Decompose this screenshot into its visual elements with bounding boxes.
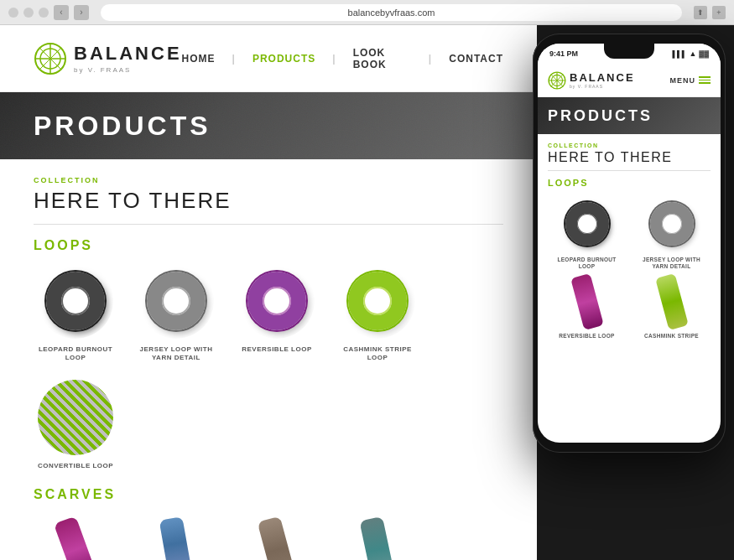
logo-icon [34, 42, 67, 75]
browser-back-btn[interactable]: ‹ [54, 5, 69, 20]
products-content[interactable]: COLLECTION HERE TO THERE LOOPS LEOPARD B… [0, 159, 537, 560]
logo-text-block: BALANCE by V. FRAAS [74, 43, 182, 74]
phone-loops-grid: LEOPARD BURNOUTLOOP JERSEY LOOP WITHYARN… [548, 194, 711, 271]
nav-divider-1: | [232, 53, 236, 65]
product-image-loop-4 [340, 263, 415, 339]
phone-hero-title: PRODUCTS [548, 107, 653, 125]
phone-status-icons: ▌▌▌ ▲ ▓▓ [672, 49, 709, 58]
phone-menu-label: MENU [670, 76, 696, 85]
phone-logo-icon [548, 71, 566, 90]
loops-section-title: LOOPS [34, 238, 503, 253]
collection-title: HERE TO THERE [34, 188, 503, 225]
site-header: BALANCE by V. FRAAS HOME | PRODUCTS | LO… [0, 25, 537, 92]
phone-product-label: REVERSIBLE LOOP [559, 333, 614, 340]
share-icon[interactable]: ⬆ [694, 6, 707, 19]
product-image-scarf-1 [38, 512, 113, 560]
product-image-loop-3 [239, 263, 315, 339]
nav-divider-3: | [429, 53, 432, 65]
phone-logo-name: BALANCE [570, 71, 635, 84]
loop-ring-purple [247, 272, 306, 330]
phone-loops-title: LOOPS [548, 178, 711, 188]
phone-product-label: CASHMINK STRIPE [644, 333, 699, 340]
phone-overlay: 9:41 PM ▌▌▌ ▲ ▓▓ [533, 34, 726, 453]
browser-toolbar: ⬆ + [694, 6, 726, 19]
product-label: CONVERTIBLE LOOP [38, 462, 113, 470]
product-image-scarf-2 [138, 512, 214, 560]
logo-subtitle: by V. FRAAS [74, 66, 182, 74]
product-image-loop-2 [138, 263, 214, 339]
phone-loop-image-1 [558, 194, 617, 253]
product-label: JERSEY LOOP WITHYARN DETAIL [140, 345, 213, 363]
product-image-scarf-4 [340, 512, 415, 560]
nav-home[interactable]: HOME [182, 53, 216, 65]
phone-menu[interactable]: MENU [670, 76, 711, 85]
phone-hero: PRODUCTS [538, 97, 721, 134]
nav-products[interactable]: PRODUCTS [252, 53, 315, 65]
loop-ring-green [348, 272, 407, 330]
product-item[interactable]: CASHMINK STRIPELOOP [336, 263, 419, 363]
website: BALANCE by V. FRAAS HOME | PRODUCTS | LO… [0, 25, 537, 560]
wifi-icon: ▲ [689, 49, 696, 58]
phone-ring-gray [650, 202, 694, 246]
phone-products: COLLECTION HERE TO THERE LOOPS LEOPARD B… [538, 134, 721, 348]
nav-divider-2: | [332, 53, 336, 65]
scarves-section-title: SCARVES [34, 487, 503, 502]
phone-scarf-green [655, 273, 689, 330]
browser-maximize-btn[interactable] [39, 8, 49, 18]
hamburger-icon [699, 76, 711, 84]
product-image-scarf-3 [239, 512, 315, 560]
product-label: LEOPARD BURNOUTLOOP [39, 345, 112, 363]
product-item[interactable]: MOSAIC PRINTSCARF [134, 512, 218, 560]
product-image-loop-5 [38, 380, 113, 455]
product-item[interactable]: STRIPED PRINTSCARF [235, 512, 319, 560]
phone-scarf-purple [570, 273, 604, 330]
phone-product-item[interactable]: LEOPARD BURNOUTLOOP [548, 194, 626, 271]
phone-logo-sub: by V. FRAAS [570, 84, 635, 89]
phone-scarves-partial: REVERSIBLE LOOP CASHMINK STRIPE [548, 274, 711, 340]
product-item[interactable]: REVERSIBLE LOOP [235, 263, 319, 363]
nav-lookbook[interactable]: LOOK BOOK [353, 47, 412, 70]
battery-icon: ▓▓ [699, 50, 709, 58]
add-tab-icon[interactable]: + [712, 6, 726, 19]
phone-collection-title: HERE TO THERE [548, 150, 711, 171]
phone-product-label: JERSEY LOOP WITHYARN DETAIL [643, 257, 700, 271]
browser-chrome: ‹ › balancebyvfraas.com ⬆ + [0, 0, 734, 25]
phone-scarf-item[interactable]: CASHMINK STRIPE [632, 274, 711, 340]
hamburger-line [699, 82, 711, 84]
phone-product-item[interactable]: JERSEY LOOP WITHYARN DETAIL [632, 194, 711, 271]
loops-grid: LEOPARD BURNOUTLOOP JERSEY LOOP WITHYARN… [34, 263, 503, 470]
phone-site-header: BALANCE by V. FRAAS MENU [538, 64, 721, 97]
browser-close-btn[interactable] [8, 8, 18, 18]
signal-icon: ▌▌▌ [672, 50, 686, 58]
product-label: REVERSIBLE LOOP [242, 345, 312, 354]
nav-contact[interactable]: CONTACT [449, 53, 503, 65]
collection-label: COLLECTION [34, 176, 503, 184]
browser-minimize-btn[interactable] [23, 8, 34, 18]
loop-ring-gray [147, 272, 206, 330]
phone-scarf-item[interactable]: REVERSIBLE LOOP [548, 274, 626, 340]
phone-product-label: LEOPARD BURNOUTLOOP [557, 257, 616, 271]
phone-logo: BALANCE by V. FRAAS [548, 71, 635, 90]
hero-banner: PRODUCTS [0, 92, 537, 159]
product-item[interactable]: LEOPARD BURNOUTLOOP [34, 263, 117, 363]
site-logo: BALANCE by V. FRAAS [34, 42, 182, 75]
logo-name: BALANCE [74, 43, 182, 65]
hamburger-line [699, 76, 711, 78]
phone-time: 9:41 PM [549, 49, 578, 58]
product-label: CASHMINK STRIPELOOP [343, 345, 412, 363]
loop-ring-dark [46, 272, 105, 330]
site-nav: HOME | PRODUCTS | LOOK BOOK | CONTACT [182, 47, 503, 70]
phone-collection-label: COLLECTION [548, 143, 711, 148]
product-item[interactable]: CONVERTIBLE LOOP [34, 380, 117, 470]
hero-title: PRODUCTS [34, 111, 211, 142]
product-item[interactable]: CONVERTIBLEOMBRE SCARF [34, 512, 117, 560]
address-bar[interactable]: balancebyvfraas.com [101, 4, 682, 21]
url-text: balancebyvfraas.com [348, 8, 435, 18]
product-item[interactable]: WATERCOLOR PRINTSCARF [336, 512, 419, 560]
product-item[interactable]: JERSEY LOOP WITHYARN DETAIL [134, 263, 218, 363]
phone-notch [604, 44, 654, 59]
phone-logo-text-block: BALANCE by V. FRAAS [570, 71, 635, 89]
browser-forward-btn[interactable]: › [74, 5, 89, 20]
phone-ring-dark [565, 202, 609, 246]
scarves-grid: CONVERTIBLEOMBRE SCARF MOSAIC PRINTSCARF… [34, 512, 503, 560]
